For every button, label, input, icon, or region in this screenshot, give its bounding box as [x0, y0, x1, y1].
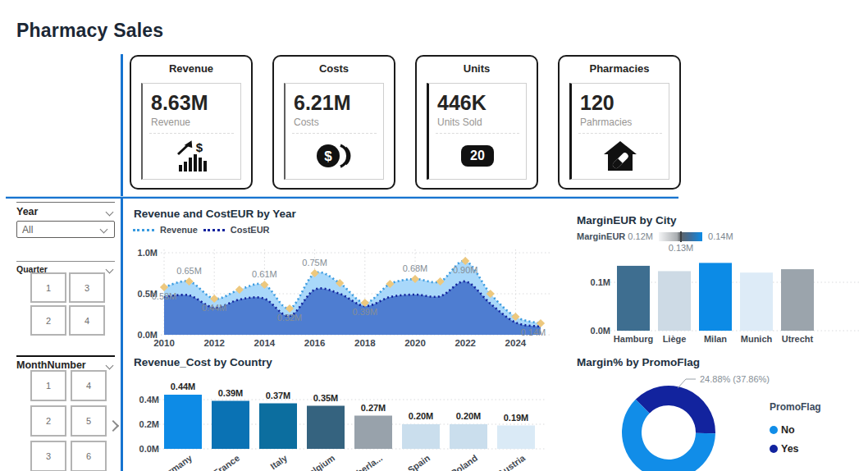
kpi-card-pharmacy-house[interactable]: Pharmacies120Pahrmacies [558, 55, 681, 190]
gradient-mid-marker [680, 231, 682, 242]
gradient-legend-label: MarginEUR [577, 231, 625, 241]
x-axis-category: Poland [449, 453, 479, 471]
x-axis-tick: 2014 [254, 338, 276, 348]
month-button-grid: 142536 [30, 370, 107, 471]
chevron-down-icon[interactable] [100, 226, 108, 234]
legend-swatch-CostEUR [203, 229, 225, 231]
data-label: 0.68M [403, 263, 428, 273]
donut-slice-Yes[interactable] [636, 386, 715, 433]
kpi-icon-area: $ [286, 134, 383, 178]
bar-Liège[interactable] [658, 271, 691, 331]
x-axis-category: Munich [741, 334, 773, 344]
margin-by-promoflag-chart: Margin% by PromoFlag 24.88% (37.86%)40.9… [574, 354, 868, 471]
month-button-4[interactable]: 4 [71, 370, 107, 401]
bar-Hamburg[interactable] [617, 266, 650, 331]
bar-Belgium[interactable] [307, 406, 345, 450]
bar-Austria[interactable] [497, 426, 535, 450]
page-title: Pharmacy Sales [16, 20, 163, 42]
kpi-card-title: Revenue [131, 62, 251, 75]
x-axis-tick: 2012 [203, 338, 225, 348]
horizontal-divider [6, 196, 678, 199]
kpi-icon-area [572, 134, 669, 178]
legend-label-Revenue: Revenue [160, 225, 198, 235]
city-bar-plot: 0.0M0.1MHamburgLiègeMilanMunichUtrecht [574, 249, 868, 351]
x-axis-category: Spain [406, 453, 432, 471]
kpi-card-coins[interactable]: Costs6.21MCosts$ [272, 55, 395, 190]
kpi-label: Pahrmacies [580, 117, 669, 128]
dashboard-canvas: Pharmacy Sales Revenue8.63MRevenue$Costs… [0, 0, 868, 471]
revenue-growth-icon: $ [174, 139, 210, 172]
bar-Netherla...[interactable] [354, 416, 392, 450]
x-axis-tick: 2016 [304, 338, 326, 348]
donut-legend-item[interactable]: Yes [781, 443, 799, 455]
year-dropdown[interactable]: All [16, 221, 115, 238]
units-badge-icon: 20 [461, 145, 494, 167]
bar-value-label: 0.20M [409, 411, 434, 421]
kpi-value: 446K [437, 91, 526, 115]
data-label: 0.44M [202, 303, 227, 313]
revenue-cost-by-country-chart: Revenue_Cost by Country 0.0M0.2M0.4M0.44… [131, 354, 555, 471]
month-slicer-header: MonthNumber [16, 355, 115, 371]
month-button-5[interactable]: 5 [71, 405, 107, 437]
chevron-down-icon[interactable] [106, 208, 114, 216]
chart-legend: RevenueCostEUR [133, 225, 270, 235]
gradient-legend: MarginEUR 0.12M 0.14M 0.13M [577, 231, 866, 241]
data-label: 0.39M [353, 307, 378, 317]
kpi-card-body: 6.21MCosts$ [284, 83, 384, 180]
bar-Germany[interactable] [164, 395, 202, 449]
bar-Utrecht[interactable] [781, 269, 814, 331]
month-button-3[interactable]: 3 [30, 441, 66, 471]
quarter-button-2[interactable]: 2 [30, 305, 66, 336]
x-axis-category: Italy [268, 452, 290, 471]
chart-title: MarginEUR by City [577, 214, 677, 226]
donut-plot: 24.88% (37.86%)40.94% (62.14%)PromoFlagN… [574, 354, 868, 471]
x-axis-tick: 2022 [455, 338, 476, 348]
quarter-button-3[interactable]: 3 [69, 272, 105, 303]
kpi-label: Units Sold [437, 117, 526, 128]
gradient-min-value: 0.12M [628, 231, 653, 241]
data-label: 0.90M [453, 265, 478, 275]
y-axis-tick: 0.4M [139, 395, 159, 405]
legend-dot-No [770, 426, 778, 434]
bar-value-label: 0.20M [456, 411, 482, 421]
month-next-page-arrow[interactable] [109, 418, 119, 432]
bar-Milan[interactable] [699, 263, 732, 331]
bar-value-label: 0.39M [218, 388, 244, 398]
bar-value-label: 0.37M [266, 391, 291, 400]
quarter-button-1[interactable]: 1 [30, 272, 66, 303]
month-button-1[interactable]: 1 [30, 370, 66, 401]
bar-Spain[interactable] [402, 424, 440, 449]
donut-legend-item[interactable]: No [781, 424, 795, 436]
y-axis-tick: 0.1M [591, 277, 610, 287]
chevron-down-icon[interactable] [106, 265, 114, 273]
x-axis-category: Belgium [302, 453, 337, 471]
kpi-card-title: Units [417, 62, 537, 75]
data-label: 0.32M [277, 313, 303, 322]
bar-Poland[interactable] [450, 424, 487, 449]
bar-France[interactable] [212, 401, 249, 450]
bar-Italy[interactable] [259, 404, 297, 450]
vertical-divider [121, 54, 123, 471]
x-axis-category: Hamburg [614, 334, 653, 344]
bar-Munich[interactable] [740, 272, 773, 331]
month-button-6[interactable]: 6 [71, 441, 107, 471]
year-dropdown-value: All [22, 224, 33, 236]
quarter-button-4[interactable]: 4 [69, 305, 105, 336]
quarter-button-grid: 1324 [30, 272, 105, 336]
bar-value-label: 0.19M [504, 413, 529, 423]
chevron-down-icon[interactable] [106, 361, 114, 369]
y-axis-tick: 0.2M [139, 419, 159, 429]
svg-text:$: $ [195, 140, 203, 154]
kpi-card-revenue-growth[interactable]: Revenue8.63MRevenue$ [130, 55, 253, 190]
chevron-right-icon [107, 420, 119, 432]
chart-title: Revenue_Cost by Country [134, 356, 272, 368]
month-button-2[interactable]: 2 [30, 405, 66, 437]
x-axis-category: Utrecht [782, 334, 814, 344]
kpi-value: 8.63M [151, 91, 240, 115]
svg-text:$: $ [324, 149, 332, 164]
coins-icon: $ [316, 142, 354, 170]
x-axis-category: Milan [704, 334, 727, 344]
kpi-card-units-badge[interactable]: Units446KUnits Sold20 [415, 55, 538, 190]
margin-by-city-chart: MarginEUR by City MarginEUR 0.12M 0.14M … [574, 212, 868, 351]
month-slicer-label: MonthNumber [16, 359, 86, 371]
